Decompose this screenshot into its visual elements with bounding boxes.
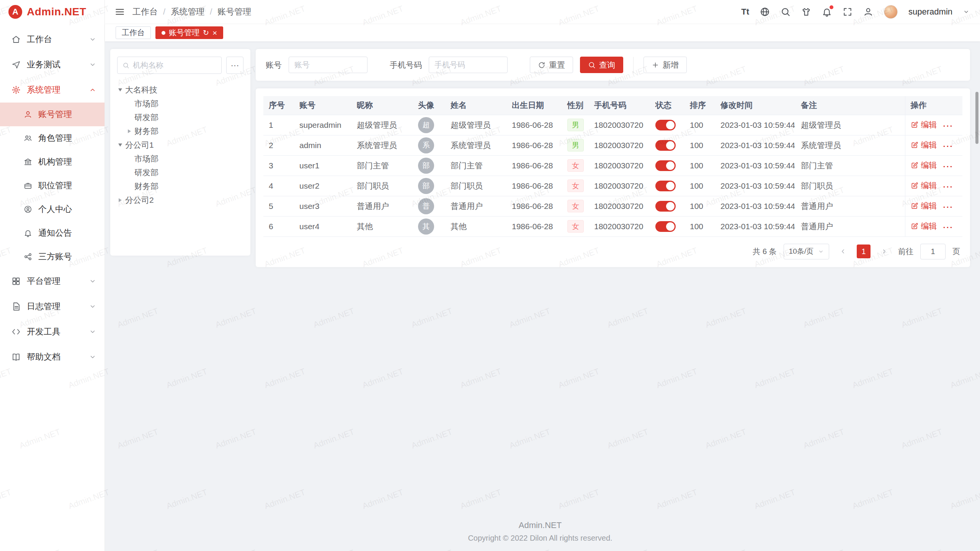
user-avatar[interactable]	[884, 5, 898, 19]
app-logo-text: Admin.NET	[27, 6, 86, 18]
sidebar-item-label: 日志管理	[27, 301, 60, 312]
cell-nickname: 部门职员	[351, 176, 413, 196]
reset-button[interactable]: 重置	[530, 57, 573, 73]
add-button[interactable]: 新增	[644, 57, 687, 73]
cell-status	[650, 115, 684, 135]
org-more-button[interactable]: ···	[226, 57, 243, 74]
cell-birthday: 1986-06-28	[506, 155, 562, 176]
hamburger-menu-icon[interactable]	[115, 7, 125, 17]
bank-icon	[24, 158, 32, 166]
theme-icon[interactable]	[801, 7, 811, 17]
sidebar-item-label: 个人中心	[38, 204, 72, 215]
edit-button[interactable]: 编辑	[911, 180, 937, 191]
cell-name: 部门主管	[445, 155, 506, 176]
edit-button[interactable]: 编辑	[911, 201, 937, 211]
right-column: 账号 手机号码 重置 查询	[256, 49, 970, 267]
status-toggle[interactable]	[655, 221, 676, 232]
tree-node[interactable]: 分公司1	[117, 138, 243, 152]
tab-account-manage[interactable]: 账号管理 ↻ ×	[155, 26, 223, 39]
cell-index: 3	[263, 155, 294, 176]
page-size-select[interactable]: 10条/页	[784, 244, 829, 259]
row-more-button[interactable]: ···	[943, 182, 954, 191]
edit-button[interactable]: 编辑	[911, 119, 937, 130]
sidebar-item-platform-manage[interactable]: 平台管理	[0, 269, 105, 294]
sidebar-item-role-manage[interactable]: 角色管理	[0, 126, 105, 150]
prev-page-button[interactable]	[836, 245, 850, 258]
sidebar-item-account-manage[interactable]: 账号管理	[0, 103, 105, 126]
org-search-input[interactable]	[133, 61, 216, 70]
status-toggle[interactable]	[655, 201, 676, 212]
tree-node[interactable]: 研发部	[117, 111, 243, 124]
current-page-button[interactable]: 1	[857, 245, 871, 258]
status-toggle[interactable]	[655, 120, 676, 130]
breadcrumb-item[interactable]: 工作台	[132, 6, 158, 18]
col-header-birthday: 出生日期	[506, 96, 562, 115]
search-icon[interactable]	[781, 7, 791, 17]
phone-label: 手机号码	[390, 60, 422, 70]
edit-button-label: 编辑	[921, 160, 937, 171]
scrollbar-thumb[interactable]	[975, 92, 978, 144]
account-input[interactable]	[289, 57, 368, 73]
sidebar-item-notice[interactable]: 通知公告	[0, 221, 105, 245]
status-toggle[interactable]	[655, 140, 676, 151]
edit-icon	[911, 141, 918, 149]
edit-button[interactable]: 编辑	[911, 140, 937, 150]
globe-icon[interactable]	[760, 7, 770, 17]
caret-expanded-icon[interactable]	[118, 143, 122, 147]
plus-icon	[652, 61, 659, 69]
tab-refresh-icon[interactable]: ↻	[203, 29, 209, 36]
font-size-icon[interactable]: Tt	[741, 8, 749, 16]
sidebar-item-log-manage[interactable]: 日志管理	[0, 294, 105, 319]
username[interactable]: superadmin	[908, 7, 952, 17]
chevron-down-icon[interactable]	[963, 9, 969, 15]
row-more-button[interactable]: ···	[943, 162, 954, 171]
row-avatar: 其	[418, 218, 434, 235]
toggle-knob	[666, 202, 675, 210]
sidebar-item-workbench[interactable]: 工作台	[0, 27, 105, 52]
tab-close-icon[interactable]: ×	[212, 29, 217, 37]
row-more-button[interactable]: ···	[943, 202, 954, 211]
tree-node[interactable]: 研发部	[117, 166, 243, 179]
breadcrumb-item[interactable]: 账号管理	[217, 6, 251, 18]
tab-workbench[interactable]: 工作台	[116, 26, 151, 39]
cell-name: 普通用户	[445, 196, 506, 216]
caret-expanded-icon[interactable]	[118, 88, 122, 91]
edit-button[interactable]: 编辑	[911, 221, 937, 231]
tree-node[interactable]: 市场部	[117, 152, 243, 166]
search-button[interactable]: 查询	[580, 57, 623, 73]
row-more-button[interactable]: ···	[943, 223, 954, 231]
tree-node[interactable]: 大名科技	[117, 83, 243, 97]
profile-icon[interactable]	[863, 7, 873, 17]
edit-button[interactable]: 编辑	[911, 160, 937, 171]
app-logo[interactable]: A Admin.NET	[0, 0, 105, 24]
row-more-button[interactable]: ···	[943, 121, 954, 130]
status-toggle[interactable]	[655, 181, 676, 191]
sidebar-item-dev-tools[interactable]: 开发工具	[0, 319, 105, 344]
phone-input[interactable]	[429, 57, 508, 73]
notification-bell-icon[interactable]	[822, 7, 832, 17]
caret-collapsed-icon[interactable]	[128, 129, 131, 133]
next-page-button[interactable]	[877, 245, 891, 258]
sidebar-item-third-party-account[interactable]: 三方账号	[0, 245, 105, 269]
sidebar-item-position-manage[interactable]: 职位管理	[0, 174, 105, 197]
caret-collapsed-icon[interactable]	[119, 198, 122, 202]
user-icon	[24, 110, 32, 119]
chevron-down-icon	[89, 61, 96, 68]
tree-node[interactable]: 分公司2	[117, 193, 243, 207]
sidebar-item-help-docs[interactable]: 帮助文档	[0, 344, 105, 370]
fullscreen-icon[interactable]	[843, 7, 853, 17]
col-header-account: 账号	[294, 96, 351, 115]
sidebar-item-personal-center[interactable]: 个人中心	[0, 197, 105, 221]
tree-node[interactable]: 市场部	[117, 97, 243, 111]
breadcrumb-item[interactable]: 系统管理	[171, 6, 204, 18]
tree-node[interactable]: 财务部	[117, 179, 243, 193]
status-toggle[interactable]	[655, 160, 676, 171]
tree-node[interactable]: 财务部	[117, 124, 243, 138]
sidebar-item-system-manage[interactable]: 系统管理	[0, 77, 105, 103]
row-more-button[interactable]: ···	[943, 142, 954, 150]
goto-page-input[interactable]	[920, 244, 946, 259]
sidebar-item-label: 三方账号	[38, 251, 72, 262]
sidebar-item-org-manage[interactable]: 机构管理	[0, 150, 105, 174]
sidebar-item-business-test[interactable]: 业务测试	[0, 52, 105, 77]
edit-button-label: 编辑	[921, 119, 937, 130]
